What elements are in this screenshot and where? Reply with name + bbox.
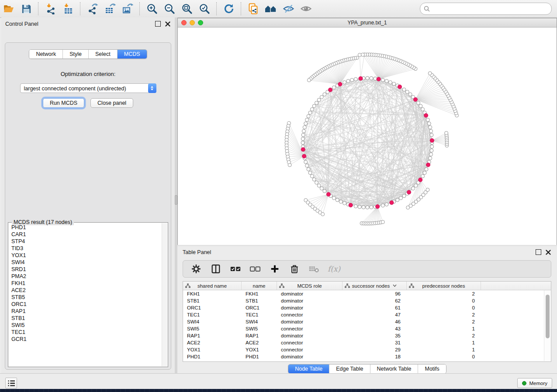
task-history-button[interactable] (5, 378, 17, 389)
list-item[interactable]: PHD1 (9, 224, 162, 231)
maximize-window-icon[interactable] (198, 20, 203, 25)
list-item[interactable]: STP4 (9, 238, 162, 245)
table-row[interactable]: ACE2ACE2connector311 (183, 339, 551, 346)
search-input[interactable] (432, 4, 551, 14)
tab-edge-table[interactable]: Edge Table (329, 364, 370, 373)
mcds-result-groupbox: MCDS result (17 nodes) PHD1 CAR1 STP4 TI… (8, 222, 168, 367)
list-item[interactable]: SRD1 (9, 266, 162, 273)
optimization-criterion-select[interactable]: largest connected component (undirected) (20, 83, 156, 93)
zoom-fit-button[interactable] (180, 2, 194, 16)
column-header-name[interactable]: name (242, 282, 277, 290)
tab-style[interactable]: Style (63, 50, 89, 58)
close-window-icon[interactable] (181, 20, 187, 25)
tab-network-table[interactable]: Network Table (370, 364, 419, 373)
select-all-columns-button[interactable] (229, 263, 242, 275)
table-options-button[interactable] (190, 263, 202, 275)
column-header-shared-name[interactable]: shared name (183, 282, 242, 290)
close-panel-icon[interactable] (165, 21, 170, 27)
save-session-button[interactable] (19, 2, 33, 16)
toolbar-separator (216, 2, 217, 15)
list-item[interactable]: ORC1 (9, 301, 162, 308)
open-file-button[interactable] (2, 2, 16, 16)
create-column-button[interactable] (269, 263, 281, 275)
network-canvas[interactable] (178, 28, 557, 245)
export-image-button[interactable] (121, 2, 135, 16)
memory-button[interactable]: Memory (517, 378, 552, 388)
deselect-all-columns-button[interactable] (249, 263, 261, 275)
tab-select[interactable]: Select (89, 50, 118, 58)
minimize-window-icon[interactable] (190, 20, 195, 25)
checked-boxes-icon (230, 264, 241, 274)
list-item[interactable]: STB5 (9, 294, 162, 301)
tab-network[interactable]: Network (29, 50, 63, 58)
import-table-button[interactable] (61, 2, 75, 16)
zoom-fit-icon (181, 3, 193, 14)
table-row[interactable]: SWI4SWI4dominator462 (183, 318, 551, 325)
save-icon (21, 3, 32, 14)
tab-motifs[interactable]: Motifs (418, 364, 446, 373)
run-mcds-button[interactable]: Run MCDS (43, 98, 84, 108)
network-graph[interactable] (178, 28, 557, 245)
document-share-icon (248, 3, 259, 14)
refresh-button[interactable] (222, 2, 236, 16)
table-row[interactable]: ORC1ORC1dominator610 (183, 304, 551, 311)
search-icon (424, 6, 430, 12)
zoom-selected-icon (199, 3, 210, 14)
table-row[interactable]: STB1STB1dominator620 (183, 297, 551, 304)
export-network-document-button[interactable] (246, 2, 260, 16)
zoom-in-button[interactable] (145, 2, 159, 16)
column-header-mcds-role[interactable]: MCDS role (277, 282, 343, 290)
tab-node-table[interactable]: Node Table (288, 364, 329, 373)
table-row[interactable]: PHD1PHD1dominator180 (183, 353, 551, 360)
table-row[interactable]: SWI5SWI5connector431 (183, 325, 551, 332)
table-row[interactable]: TEC1TEC1connector472 (183, 311, 551, 318)
toolbar-separator (38, 2, 39, 15)
table-row[interactable]: RAP1RAP1dominator352 (183, 332, 551, 339)
list-item[interactable]: SWI4 (9, 259, 162, 266)
scrollbar-thumb[interactable] (546, 295, 550, 338)
float-panel-icon[interactable] (155, 21, 161, 27)
show-panels-button[interactable] (299, 2, 313, 16)
network-overview-button[interactable] (264, 2, 278, 16)
export-image-icon (122, 3, 133, 14)
eye-slash-icon (283, 3, 294, 14)
list-item[interactable]: FKH1 (9, 280, 162, 287)
show-column-panel-button[interactable] (210, 263, 222, 275)
close-panel-icon[interactable] (546, 250, 551, 255)
delete-column-button[interactable] (288, 263, 301, 275)
eye-icon (300, 3, 312, 14)
result-list-scrollbar[interactable] (162, 223, 167, 366)
list-item[interactable]: RAP1 (9, 308, 162, 315)
export-network-button[interactable] (86, 2, 100, 16)
export-table-button[interactable] (103, 2, 117, 16)
network-window-titlebar[interactable]: YPA_prune.txt_1 (178, 18, 557, 28)
mcds-result-list[interactable]: PHD1 CAR1 STP4 TID3 YOX1 SWI4 SRD1 PMA2 … (9, 224, 162, 366)
hide-panels-button[interactable] (281, 2, 295, 16)
trash-icon (289, 264, 300, 274)
list-item[interactable]: GCR1 (9, 336, 162, 343)
column-header-predecessor-nodes[interactable]: predecessor nodes (407, 282, 481, 290)
close-panel-button[interactable]: Close panel (90, 98, 133, 108)
column-header-successor-nodes[interactable]: successor nodes (343, 282, 407, 290)
list-item[interactable]: YOX1 (9, 252, 162, 259)
column-namespace-icon (185, 283, 190, 288)
list-item[interactable]: TEC1 (9, 329, 162, 336)
node-table: shared name name MCDS role (183, 281, 551, 362)
list-item[interactable]: STB1 (9, 315, 162, 322)
list-item[interactable]: CAR1 (9, 231, 162, 238)
list-item[interactable]: SWI5 (9, 322, 162, 329)
float-panel-icon[interactable] (536, 249, 541, 255)
table-row[interactable]: FKH1FKH1dominator962 (183, 290, 551, 297)
table-scrollbar[interactable] (544, 290, 550, 361)
list-item[interactable]: PMA2 (9, 273, 162, 280)
list-item[interactable]: TID3 (9, 245, 162, 252)
import-network-button[interactable] (44, 2, 58, 16)
toolbar-search[interactable] (420, 3, 552, 15)
tab-mcds[interactable]: MCDS (118, 50, 147, 58)
application-window: Control Panel Optimization criterion: la… (0, 0, 557, 389)
delete-table-icon (308, 264, 320, 274)
table-row[interactable]: YOX1YOX1connector291 (183, 346, 551, 353)
zoom-out-button[interactable] (163, 2, 176, 16)
list-item[interactable]: ACE2 (9, 287, 162, 294)
zoom-selected-button[interactable] (197, 2, 211, 16)
